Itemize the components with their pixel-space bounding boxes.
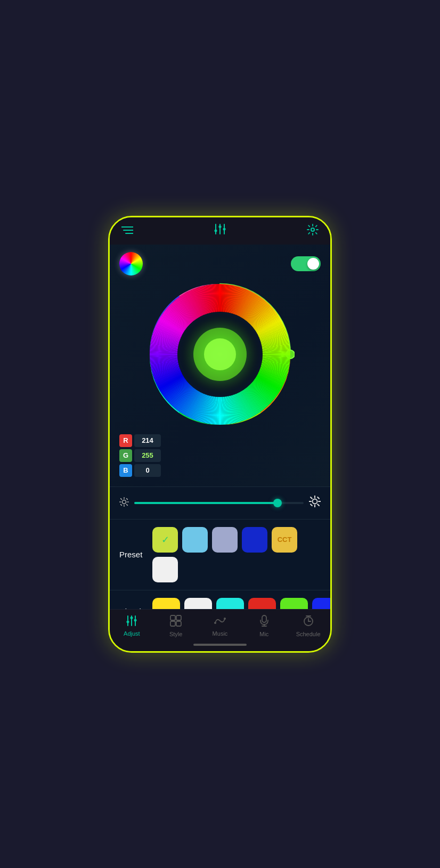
svg-point-51 — [214, 622, 216, 624]
top-controls — [119, 252, 321, 275]
rgb-row-b: B 0 — [119, 464, 321, 477]
nav-item-mic[interactable]: Mic — [248, 615, 280, 637]
svg-point-29 — [313, 499, 317, 504]
preset-swatch-5[interactable] — [152, 557, 178, 582]
classic-swatch-green[interactable] — [280, 598, 308, 609]
nav-item-music[interactable]: Music — [204, 615, 236, 637]
rgb-row-r: R 214 — [119, 434, 321, 447]
r-value[interactable]: 214 — [134, 434, 161, 447]
b-label: B — [119, 464, 132, 477]
mic-label: Mic — [259, 631, 268, 637]
svg-rect-48 — [176, 615, 181, 620]
color-wheel-section: R 214 G 255 B 0 — [110, 245, 330, 486]
equalizer-icon[interactable] — [214, 224, 226, 238]
preset-row: Preset ✓ CCT — [119, 527, 321, 582]
svg-rect-38 — [127, 615, 128, 621]
music-label: Music — [213, 630, 228, 637]
g-value[interactable]: 255 — [134, 449, 161, 462]
classic-row: Classic — [119, 598, 321, 609]
svg-line-37 — [311, 504, 312, 506]
svg-line-27 — [127, 498, 128, 499]
svg-point-8 — [219, 225, 222, 228]
preset-swatch-cct[interactable]: CCT — [272, 527, 297, 553]
svg-point-20 — [123, 500, 126, 504]
svg-rect-44 — [135, 615, 136, 619]
svg-point-19 — [286, 350, 295, 359]
svg-rect-53 — [262, 615, 266, 622]
color-preview-ball[interactable] — [119, 252, 143, 275]
menu-icon[interactable] — [121, 225, 133, 237]
preset-label: Preset — [119, 550, 147, 559]
nav-item-schedule[interactable]: Schedule — [292, 615, 324, 637]
home-bar — [193, 644, 247, 646]
b-value[interactable]: 0 — [134, 464, 161, 477]
svg-point-12 — [311, 228, 314, 231]
svg-point-40 — [127, 620, 129, 623]
svg-point-46 — [134, 619, 137, 621]
svg-line-34 — [311, 497, 312, 499]
color-wheel-svg[interactable] — [145, 280, 295, 429]
svg-point-18 — [204, 338, 236, 370]
svg-rect-47 — [170, 615, 175, 620]
preset-check-0: ✓ — [161, 534, 169, 546]
preset-swatch-1[interactable] — [182, 527, 208, 553]
svg-line-35 — [317, 504, 319, 506]
svg-point-52 — [224, 618, 226, 620]
adjust-label: Adjust — [124, 630, 140, 637]
classic-section: Classic — [110, 590, 330, 609]
preset-section: Preset ✓ CCT — [110, 519, 330, 590]
brightness-high-icon — [309, 496, 321, 510]
music-icon — [214, 615, 226, 628]
r-label: R — [119, 434, 132, 447]
svg-rect-6 — [219, 227, 221, 234]
brightness-track[interactable] — [134, 502, 304, 504]
svg-rect-41 — [131, 618, 132, 626]
brightness-row — [119, 496, 321, 510]
svg-line-36 — [317, 497, 319, 499]
bottom-nav: Adjust Style Musi — [110, 609, 330, 640]
brightness-low-icon — [119, 497, 129, 509]
rgb-row-g: G 255 — [119, 449, 321, 462]
rgb-values: R 214 G 255 B 0 — [119, 434, 321, 477]
svg-line-26 — [127, 504, 128, 505]
style-icon — [170, 615, 182, 629]
svg-point-43 — [131, 616, 133, 619]
classic-swatch-yellow[interactable] — [152, 598, 180, 609]
g-label: G — [119, 449, 132, 462]
mic-icon — [259, 615, 269, 629]
phone-frame: R 214 G 255 B 0 — [108, 216, 332, 653]
svg-line-28 — [121, 504, 122, 505]
schedule-icon — [303, 615, 314, 629]
adjust-icon — [126, 615, 137, 628]
nav-item-style[interactable]: Style — [160, 615, 192, 637]
classic-swatches — [152, 598, 330, 609]
home-indicator — [110, 640, 330, 651]
classic-swatch-white[interactable] — [184, 598, 212, 609]
preset-swatch-2[interactable] — [212, 527, 238, 553]
power-toggle[interactable] — [291, 256, 321, 271]
preset-swatches: ✓ CCT — [152, 527, 321, 582]
nav-item-adjust[interactable]: Adjust — [116, 615, 148, 637]
settings-icon[interactable] — [307, 224, 319, 238]
svg-rect-9 — [224, 224, 225, 228]
color-wheel-wrapper[interactable] — [145, 280, 295, 429]
svg-rect-3 — [215, 224, 216, 230]
main-content: R 214 G 255 B 0 — [110, 245, 330, 609]
classic-swatch-red[interactable] — [248, 598, 276, 609]
cct-label: CCT — [278, 536, 292, 543]
style-label: Style — [169, 631, 182, 637]
classic-swatch-cyan[interactable] — [216, 598, 244, 609]
brightness-fill — [134, 502, 278, 504]
svg-rect-50 — [176, 621, 181, 626]
brightness-section — [110, 486, 330, 519]
header-bar — [110, 217, 330, 245]
svg-point-5 — [215, 230, 217, 232]
preset-swatch-0[interactable]: ✓ — [152, 527, 178, 553]
brightness-thumb[interactable] — [273, 499, 282, 507]
preset-swatch-3[interactable] — [242, 527, 267, 553]
schedule-label: Schedule — [296, 631, 321, 637]
svg-point-11 — [223, 228, 226, 231]
svg-line-25 — [121, 498, 122, 499]
svg-rect-49 — [170, 621, 175, 626]
classic-swatch-blue[interactable] — [312, 598, 330, 609]
